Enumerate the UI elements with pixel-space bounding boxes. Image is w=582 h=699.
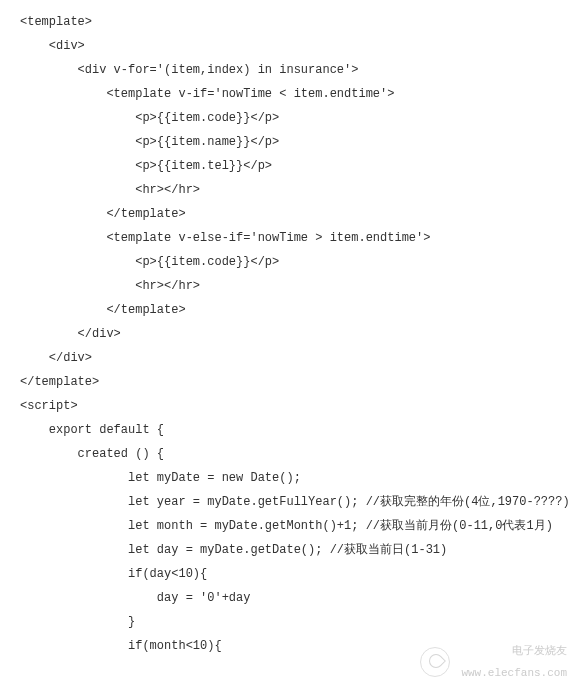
code-line: <p>{{item.code}}</p> xyxy=(20,106,582,130)
watermark-brand: 电子发烧友 xyxy=(512,645,567,657)
code-line: <p>{{item.tel}}</p> xyxy=(20,154,582,178)
code-line: if(day<10){ xyxy=(20,562,582,586)
code-line: let year = myDate.getFullYear(); //获取完整的… xyxy=(20,490,582,514)
code-line: </template> xyxy=(20,298,582,322)
code-line: <hr></hr> xyxy=(20,274,582,298)
code-line: <script> xyxy=(20,394,582,418)
watermark-logo-icon xyxy=(420,647,450,677)
watermark-url: www.elecfans.com xyxy=(461,667,567,679)
code-line: <p>{{item.code}}</p> xyxy=(20,250,582,274)
code-line: <hr></hr> xyxy=(20,178,582,202)
code-line: created () { xyxy=(20,442,582,466)
code-line: <template v-else-if='nowTime > item.endt… xyxy=(20,226,582,250)
code-line: <div v-for='(item,index) in insurance'> xyxy=(20,58,582,82)
code-line: <div> xyxy=(20,34,582,58)
watermark: 电子发烧友 www.elecfans.com xyxy=(420,640,567,684)
code-line: let myDate = new Date(); xyxy=(20,466,582,490)
code-line: } xyxy=(20,610,582,634)
code-line: </div> xyxy=(20,322,582,346)
code-line: </div> xyxy=(20,346,582,370)
code-line: <template v-if='nowTime < item.endtime'> xyxy=(20,82,582,106)
code-line: </template> xyxy=(20,370,582,394)
code-line: let month = myDate.getMonth()+1; //获取当前月… xyxy=(20,514,582,538)
code-line: <template> xyxy=(20,10,582,34)
code-line: let day = myDate.getDate(); //获取当前日(1-31… xyxy=(20,538,582,562)
code-line: </template> xyxy=(20,202,582,226)
code-line: <p>{{item.name}}</p> xyxy=(20,130,582,154)
code-line: export default { xyxy=(20,418,582,442)
code-line: day = '0'+day xyxy=(20,586,582,610)
code-block: <template> <div> <div v-for='(item,index… xyxy=(20,10,582,658)
